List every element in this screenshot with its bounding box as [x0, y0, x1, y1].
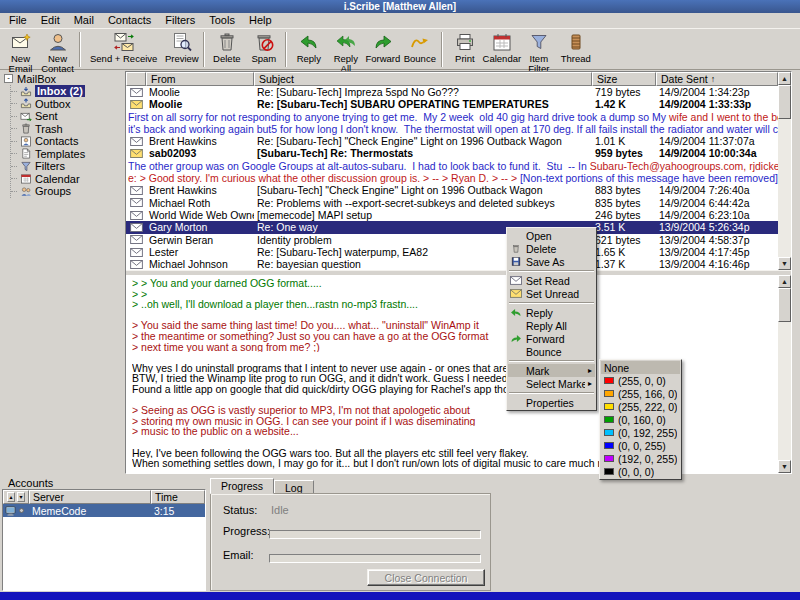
scroll-up-icon[interactable]: ▲ — [778, 72, 791, 85]
groups-icon — [20, 186, 32, 197]
context-menu-reply[interactable]: Reply — [508, 306, 595, 319]
toolbar-new-email-button[interactable]: New Email — [2, 30, 39, 69]
context-menu-save-as[interactable]: Save As — [508, 255, 595, 268]
message-preview-snippet[interactable]: First on all sorry for not responding to… — [126, 111, 778, 123]
folder-groups[interactable]: Groups — [11, 185, 124, 198]
menubar-item-mail[interactable]: Mail — [67, 13, 101, 28]
menubar-item-help[interactable]: Help — [242, 13, 279, 28]
menubar-item-filters[interactable]: Filters — [158, 13, 202, 28]
column-header-time[interactable]: Time — [151, 490, 205, 504]
message-row[interactable]: World Wide Web Owner[memecode] MAPI setu… — [126, 209, 778, 221]
scrollbar-track[interactable] — [778, 85, 791, 257]
column-header-from[interactable]: From — [146, 72, 254, 86]
account-move-down-button[interactable]: ▾ — [17, 492, 25, 502]
message-row[interactable]: Michael JohnsonRe: bayesian question1.37… — [126, 258, 778, 270]
preview-snippet-text: e: > Good story. I'm curious what the ot… — [128, 172, 520, 184]
column-header-date-sent[interactable]: Date Sent↑ — [656, 72, 778, 86]
read-envelope-icon — [130, 198, 143, 207]
mark-option-none[interactable]: None — [601, 361, 680, 374]
folder-inbox-2[interactable]: Inbox (2) — [11, 85, 124, 98]
column-header-icon[interactable] — [126, 72, 146, 86]
folder-contacts[interactable]: Contacts — [11, 135, 124, 148]
close-connection-button[interactable]: Close Connection — [367, 569, 485, 586]
scroll-down-icon[interactable]: ▼ — [778, 257, 791, 270]
column-header-label: Server — [33, 491, 64, 503]
context-menu-mark[interactable]: Mark▸ — [508, 364, 595, 377]
menu-item-label: Set Read — [526, 275, 592, 287]
folder-trash[interactable]: Trash — [11, 123, 124, 136]
context-menu-bounce[interactable]: Bounce — [508, 345, 595, 358]
column-header-size[interactable]: Size — [592, 72, 656, 86]
message-preview-snippet[interactable]: The other group was on Google Groups at … — [126, 160, 778, 172]
message-row[interactable]: MoolieRe: [Subaru-Tech] SUBARU OPERATING… — [126, 98, 778, 110]
mark-option-0-192-255[interactable]: (0, 192, 255) — [601, 426, 680, 439]
message-preview-snippet[interactable]: it's back and working again but5 for how… — [126, 123, 778, 135]
toolbar-preview-button[interactable]: Preview — [163, 30, 200, 69]
mark-option-0-160-0[interactable]: (0, 160, 0) — [601, 413, 680, 426]
context-menu-open[interactable]: Open — [508, 229, 595, 242]
message-row[interactable]: Gerwin BeranIdentity problem621 bytes13/… — [126, 234, 778, 246]
tab-log[interactable]: Log — [274, 480, 314, 494]
mark-option-0-0-255[interactable]: (0, 0, 255) — [601, 439, 680, 452]
message-preview-snippet[interactable]: e: > Good story. I'm curious what the ot… — [126, 172, 778, 184]
account-move-up-button[interactable]: ▴ — [7, 492, 15, 502]
account-row[interactable]: MemeCode3:15 — [3, 504, 205, 517]
message-row[interactable]: sab02093[Subaru-Tech] Re: Thermostats959… — [126, 147, 778, 159]
menubar-item-file[interactable]: File — [2, 13, 34, 28]
folder-calendar[interactable]: Calendar — [11, 173, 124, 186]
context-menu-set-read[interactable]: Set Read — [508, 274, 595, 287]
menubar-item-edit[interactable]: Edit — [34, 13, 67, 28]
toolbar-reply-all-button[interactable]: Reply All — [327, 30, 364, 69]
folder-sent[interactable]: Sent — [11, 110, 124, 123]
scrollbar-track[interactable] — [778, 288, 791, 460]
message-row[interactable]: Brent HawkinsRe: [Subaru-Tech] "Check En… — [126, 135, 778, 147]
column-header-subject[interactable]: Subject — [254, 72, 592, 86]
folder-templates[interactable]: Templates — [11, 148, 124, 161]
toolbar-delete-button[interactable]: Delete — [208, 30, 245, 69]
toolbar-spam-button[interactable]: Spam — [245, 30, 282, 69]
message-row[interactable]: LesterRe: [Subaru-Tech] waterpump, EA821… — [126, 246, 778, 258]
context-menu-reply-all[interactable]: Reply All — [508, 319, 595, 332]
toolbar-forward-button[interactable]: Forward — [364, 30, 401, 69]
folder-filters[interactable]: Filters — [11, 160, 124, 173]
context-menu-set-unread[interactable]: Set Unread — [508, 287, 595, 300]
reply-all-icon — [335, 32, 357, 52]
toolbar-thread-button[interactable]: Thread — [557, 30, 594, 69]
toolbar-calendar-button[interactable]: Calendar — [483, 30, 520, 69]
message-row[interactable]: Brent Hawkins[Subaru-Tech] "Check Engine… — [126, 184, 778, 196]
scroll-up-icon[interactable]: ▲ — [778, 275, 791, 288]
menu-separator — [509, 392, 594, 394]
toolbar-new-contact-button[interactable]: New Contact — [39, 30, 76, 69]
message-row[interactable]: MoolieRe: [Subaru-Tech] Impreza 5spd No … — [126, 86, 778, 98]
menubar-item-contacts[interactable]: Contacts — [101, 13, 158, 28]
tree-expander-icon[interactable]: - — [4, 74, 13, 83]
scroll-down-icon[interactable]: ▼ — [778, 460, 791, 473]
toolbar-bounce-button[interactable]: Bounce — [401, 30, 438, 69]
folder-outbox[interactable]: Outbox — [11, 98, 124, 111]
mark-option-255-222-0[interactable]: (255, 222, 0) — [601, 400, 680, 413]
message-row[interactable]: Michael RothRe: Problems with --export-s… — [126, 197, 778, 209]
mail-list-scrollbar[interactable]: ▲ ▼ — [778, 72, 791, 270]
folder-root-mailbox[interactable]: -MailBox — [2, 72, 124, 85]
mark-option-255-0-0[interactable]: (255, 0, 0) — [601, 374, 680, 387]
mark-option-255-166-0[interactable]: (255, 166, 0) — [601, 387, 680, 400]
context-menu-properties[interactable]: Properties — [508, 396, 595, 409]
column-header-server[interactable]: Server — [29, 490, 151, 504]
title-bar[interactable]: i.Scribe [Matthew Allen] — [0, 0, 800, 13]
context-menu-delete[interactable]: Delete — [508, 242, 595, 255]
mark-option-0-0-0[interactable]: (0, 0, 0) — [601, 465, 680, 478]
scrollbar-thumb[interactable] — [778, 288, 791, 322]
context-menu-forward[interactable]: Forward — [508, 332, 595, 345]
toolbar-print-button[interactable]: Print — [446, 30, 483, 69]
toolbar-send-receive-button[interactable]: Send + Receive — [84, 30, 163, 69]
menubar-item-tools[interactable]: Tools — [202, 13, 242, 28]
toolbar-item-filter-button[interactable]: Item Filter — [520, 30, 557, 69]
message-row[interactable]: Gary MortonRe: One way3.51 K13/9/2004 5:… — [126, 221, 778, 233]
scrollbar-thumb[interactable] — [778, 85, 791, 119]
preview-scrollbar[interactable]: ▲ ▼ — [778, 275, 791, 473]
tab-progress[interactable]: Progress — [210, 478, 274, 494]
thread-icon — [565, 32, 587, 52]
mark-option-192-0-255[interactable]: (192, 0, 255) — [601, 452, 680, 465]
context-menu-select-marked[interactable]: Select Marked▸ — [508, 377, 595, 390]
toolbar-reply-button[interactable]: Reply — [290, 30, 327, 69]
